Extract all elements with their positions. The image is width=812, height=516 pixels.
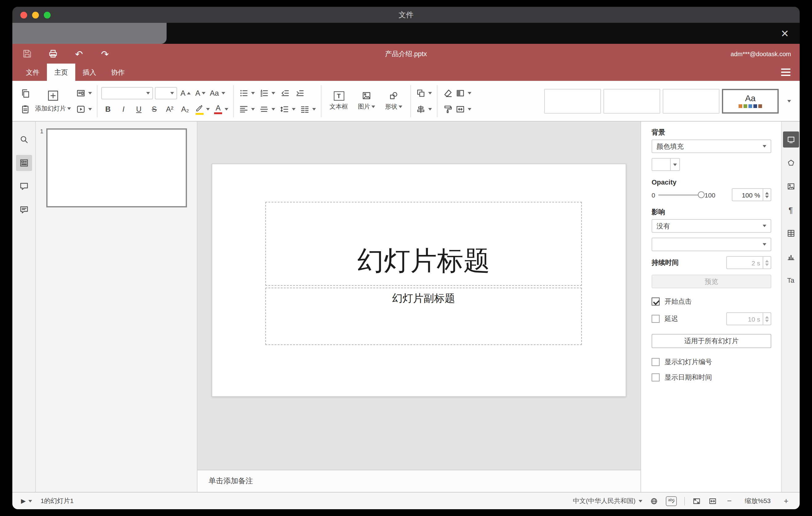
- start-on-click-checkbox[interactable]: [651, 297, 660, 306]
- title-placeholder[interactable]: 幻灯片标题: [265, 202, 582, 286]
- columns-button[interactable]: [299, 103, 317, 115]
- insert-image-button[interactable]: 图片: [353, 91, 379, 111]
- zoom-window-button[interactable]: [44, 11, 51, 18]
- opacity-spinner[interactable]: 100 %: [732, 188, 771, 201]
- transition-variant-select[interactable]: [651, 238, 771, 251]
- vertical-align-button[interactable]: [258, 103, 277, 115]
- subtitle-placeholder[interactable]: 幻灯片副标题: [265, 288, 582, 345]
- tab-collaboration[interactable]: 协作: [104, 64, 132, 81]
- italic-button[interactable]: I: [117, 103, 130, 115]
- tab-file[interactable]: 文件: [19, 64, 47, 81]
- theme-option-3[interactable]: [663, 89, 720, 113]
- fit-to-width-button[interactable]: [708, 496, 717, 505]
- feedback-panel-button[interactable]: [16, 202, 32, 218]
- theme-option-selected[interactable]: Aa: [722, 89, 779, 113]
- start-slideshow-status-button[interactable]: ▶: [21, 497, 32, 504]
- set-language-button[interactable]: [650, 496, 658, 505]
- strikethrough-button[interactable]: S: [147, 103, 161, 115]
- show-slide-number-row[interactable]: 显示幻灯片编号: [651, 357, 771, 367]
- transition-effect-select[interactable]: 没有: [651, 219, 771, 233]
- font-color-button[interactable]: A: [213, 103, 230, 115]
- fit-to-slide-button[interactable]: [692, 496, 701, 505]
- show-slide-number-checkbox[interactable]: [651, 358, 660, 366]
- notes-area[interactable]: 单击添加备注: [198, 470, 640, 492]
- close-window-button[interactable]: [20, 11, 27, 18]
- align-shape-button[interactable]: [415, 103, 433, 115]
- copy-style-button[interactable]: [441, 103, 454, 115]
- minimize-window-button[interactable]: [32, 11, 39, 18]
- show-date-time-row[interactable]: 显示日期和时间: [651, 373, 771, 382]
- font-size-select[interactable]: [155, 87, 177, 99]
- paste-button[interactable]: [19, 103, 31, 115]
- change-case-button[interactable]: Aa: [208, 86, 226, 99]
- slide-editing-surface[interactable]: 幻灯片标题 幻灯片副标题: [212, 164, 626, 397]
- spellcheck-button[interactable]: abc ✓: [666, 496, 677, 506]
- change-layout-button[interactable]: [75, 86, 93, 99]
- paragraph-settings-tab[interactable]: ¶: [783, 202, 799, 218]
- theme-option-1[interactable]: [544, 89, 601, 113]
- copy-button[interactable]: [19, 86, 31, 99]
- superscript-button[interactable]: A²: [163, 103, 176, 115]
- color-scheme-button[interactable]: [454, 86, 473, 99]
- opacity-slider[interactable]: [658, 194, 701, 195]
- line-spacing-button[interactable]: [278, 103, 297, 115]
- text-art-settings-tab[interactable]: Ta: [783, 272, 799, 288]
- underline-button[interactable]: U: [132, 103, 146, 115]
- numbering-button[interactable]: [258, 86, 277, 99]
- apply-to-all-slides-button[interactable]: 适用于所有幻灯片: [651, 334, 771, 348]
- theme-option-2[interactable]: [604, 89, 660, 113]
- tab-insert[interactable]: 插入: [75, 64, 104, 81]
- delay-spinner-arrows[interactable]: [763, 313, 771, 325]
- zoom-in-button[interactable]: +: [781, 496, 791, 506]
- opacity-spinner-arrows[interactable]: [763, 189, 771, 201]
- preview-button[interactable]: 预览: [651, 275, 771, 288]
- menu-icon[interactable]: [781, 68, 790, 76]
- show-date-time-checkbox[interactable]: [651, 373, 660, 381]
- decrease-indent-button[interactable]: [278, 86, 291, 99]
- slide-settings-tab[interactable]: [783, 132, 799, 147]
- background-fill-select[interactable]: 颜色填充: [651, 140, 771, 153]
- increase-indent-button[interactable]: [293, 86, 306, 99]
- arrange-shape-button[interactable]: [415, 86, 433, 99]
- start-on-click-row[interactable]: 开始点击: [651, 297, 771, 306]
- redo-button[interactable]: ↷: [99, 48, 111, 60]
- print-button[interactable]: [47, 48, 59, 60]
- theme-gallery-expand-icon[interactable]: [787, 100, 791, 102]
- opacity-slider-knob[interactable]: [698, 191, 705, 198]
- horizontal-align-button[interactable]: [237, 103, 256, 115]
- subscript-button[interactable]: A₂: [178, 103, 192, 115]
- insert-textbox-button[interactable]: T 文本框: [325, 91, 352, 111]
- bold-button[interactable]: B: [101, 103, 115, 115]
- bullets-button[interactable]: [237, 86, 256, 99]
- duration-spinner[interactable]: 2 s: [726, 256, 771, 269]
- slide-thumbnail[interactable]: [46, 128, 187, 207]
- table-settings-tab[interactable]: [783, 225, 799, 241]
- undo-button[interactable]: ↶: [73, 48, 85, 60]
- shape-settings-tab[interactable]: [783, 155, 799, 171]
- image-settings-tab[interactable]: [783, 178, 799, 194]
- save-button[interactable]: [21, 48, 33, 60]
- background-color-select[interactable]: [651, 158, 680, 171]
- decrease-font-size-button[interactable]: A: [194, 86, 207, 99]
- chart-settings-tab[interactable]: [783, 249, 799, 265]
- start-slideshow-button[interactable]: [75, 103, 93, 115]
- clear-style-button[interactable]: [441, 86, 454, 99]
- insert-shape-button[interactable]: 形状: [381, 91, 407, 111]
- search-panel-button[interactable]: [16, 132, 32, 147]
- comments-panel-button[interactable]: [16, 178, 32, 194]
- slide-canvas[interactable]: 幻灯片标题 幻灯片副标题: [198, 122, 640, 470]
- tab-home[interactable]: 主页: [47, 64, 75, 81]
- duration-spinner-arrows[interactable]: [763, 257, 771, 268]
- highlight-color-button[interactable]: [194, 103, 211, 115]
- delay-spinner[interactable]: 10 s: [726, 312, 771, 325]
- delay-checkbox[interactable]: [651, 315, 660, 323]
- add-slide-button[interactable]: 添加幻灯片: [31, 88, 75, 114]
- slides-panel-button[interactable]: [16, 155, 32, 171]
- font-name-select[interactable]: [101, 87, 153, 99]
- language-select[interactable]: 中文(中华人民共和国): [573, 496, 642, 505]
- zoom-out-button[interactable]: −: [724, 496, 734, 506]
- slide-size-button[interactable]: [454, 103, 473, 115]
- color-scheme-icon: [455, 88, 465, 98]
- close-dialog-icon[interactable]: ✕: [779, 27, 791, 39]
- increase-font-size-button[interactable]: A: [179, 86, 192, 99]
